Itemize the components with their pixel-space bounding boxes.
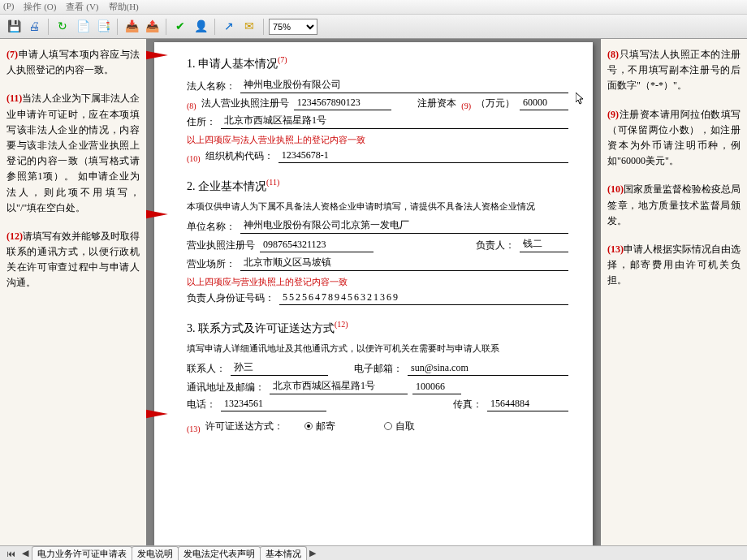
print-icon[interactable]: 🖨 xyxy=(25,18,43,36)
radio-pickup[interactable]: 自取 xyxy=(384,420,415,433)
zoom-select[interactable]: 75% xyxy=(269,19,317,35)
annotation-note: (9)注册资本请用阿拉伯数填写（可保留两位小数），如注册资本为外币请注明币种，例… xyxy=(607,107,741,170)
menu-item[interactable]: 操作 (O) xyxy=(24,1,56,13)
phone-field[interactable]: 13234561 xyxy=(221,398,326,411)
tab-nav-first[interactable]: ⏮ xyxy=(3,549,19,558)
contact-name-field[interactable]: 孙三 xyxy=(231,360,328,376)
unit-name-field[interactable]: 神州电业股份有限公司北京第一发电厂 xyxy=(240,218,568,234)
section-desc: 本项仅供申请人为下属不具备法人资格企业申请时填写，请提供不具备法人资格企业情况 xyxy=(187,200,568,213)
legal-name-field[interactable]: 神州电业股份有限公司 xyxy=(240,78,568,93)
label: 通讯地址及邮编： xyxy=(187,381,265,394)
annotation-note: (8)只填写法人执照正本的注册号，不用填写副本注册号的后面数字"（*-*）"。 xyxy=(607,47,741,94)
mail-address-field[interactable]: 北京市西城区福星路1号 xyxy=(270,379,408,394)
label: 电话： xyxy=(187,398,216,411)
annotation-note: (11)当法人企业为下属非法人企业申请许可证时，应在本项填写该非法人企业的情况，… xyxy=(6,91,140,216)
workspace: (7)申请人填写本项内容应与法人执照登记的内容一致。(11)当法人企业为下属非法… xyxy=(0,39,747,545)
tab-nav-next[interactable]: ▶ xyxy=(306,548,319,558)
label: 营业执照注册号 xyxy=(187,239,255,252)
menu-item[interactable]: 查看 (V) xyxy=(66,1,98,13)
annotation-note: (10)国家质量监督检验检疫总局签章，地方质量技术监督局颁发。 xyxy=(607,182,741,229)
toolbar: 💾🖨↻📄📑📥📤✔👤↗✉ 75% xyxy=(0,15,747,39)
label: 许可证送达方式： xyxy=(205,420,283,433)
separator xyxy=(117,19,118,35)
hint-text: 以上四项应与营业执照上的登记内容一致 xyxy=(187,276,568,288)
fax-field[interactable]: 15644884 xyxy=(487,398,568,411)
label: 传真： xyxy=(453,398,482,411)
annotation-note: (12)请填写有效并能够及时取得联系的通讯方式，以便行政机关在许可审查过程中与申… xyxy=(6,229,140,291)
radio-mail[interactable]: 邮寄 xyxy=(304,420,335,433)
label: 注册资本 xyxy=(417,97,456,110)
paper-area: 1. 申请人基本情况(7) 法人名称： 神州电业股份有限公司 (8) 法人营业执… xyxy=(146,39,601,545)
hint-text: 以上四项应与法人营业执照上的登记内容一致 xyxy=(187,134,568,146)
section-desc: 填写申请人详细通讯地址及其他通讯方式，以便许可机关在需要时与申请人联系 xyxy=(187,342,568,355)
send-icon[interactable]: ↗ xyxy=(220,18,238,36)
right-annotations: (8)只填写法人执照正本的注册号，不用填写副本注册号的后面数字"（*-*）"。(… xyxy=(601,39,747,545)
doc-copy-icon[interactable]: 📑 xyxy=(94,18,112,36)
section-title: 1. 申请人基本情况(7) xyxy=(187,55,568,71)
label: 负责人： xyxy=(476,239,515,252)
license-no-field[interactable]: 1234567890123 xyxy=(294,97,391,110)
form-paper: 1. 申请人基本情况(7) 法人名称： 神州电业股份有限公司 (8) 法人营业执… xyxy=(154,42,593,545)
menubar: (P) 操作 (O) 查看 (V) 帮助(H) xyxy=(0,0,747,15)
menu-item[interactable]: 帮助(H) xyxy=(109,1,139,13)
separator xyxy=(48,19,49,35)
import-icon[interactable]: 📥 xyxy=(123,18,140,36)
label: 法人营业执照注册号 xyxy=(201,97,289,110)
tab-nav-prev[interactable]: ◀ xyxy=(19,548,32,558)
sheet-tab[interactable]: 电力业务许可证申请表 xyxy=(32,546,132,561)
check-icon[interactable]: ✔ xyxy=(171,18,189,36)
annotation-note: (7)申请人填写本项内容应与法人执照登记的内容一致。 xyxy=(6,47,140,78)
label: 营业场所： xyxy=(187,257,235,271)
separator xyxy=(214,19,215,35)
section-title: 2. 企业基本情况(11) xyxy=(187,178,568,194)
email-field[interactable]: sun@sina.com xyxy=(408,362,568,376)
label: 电子邮箱： xyxy=(354,362,403,376)
label: 法人名称： xyxy=(187,80,235,93)
label: 住所： xyxy=(187,115,216,129)
separator xyxy=(166,19,166,35)
separator xyxy=(263,19,264,35)
sheet-tabs: ⏮ ◀ 电力业务许可证申请表 发电说明 发电法定代表声明 基本情况 ▶ xyxy=(0,545,747,560)
export-icon[interactable]: 📤 xyxy=(143,18,161,36)
annotation-note: (13)申请人根据实际情况自由选择，邮寄费用由许可机关负担。 xyxy=(607,242,741,289)
doc-new-icon[interactable]: 📄 xyxy=(74,18,92,36)
section-title: 3. 联系方式及许可证送达方式(12) xyxy=(187,320,568,336)
address-field[interactable]: 北京市西城区福星路1号 xyxy=(221,114,568,129)
mail-icon[interactable]: ✉ xyxy=(240,18,258,36)
menu-item[interactable]: (P) xyxy=(3,1,14,13)
biz-place-field[interactable]: 北京市顺义区马坡镇 xyxy=(240,256,568,271)
sheet-tab[interactable]: 发电说明 xyxy=(132,546,179,561)
label: 组织机构代码： xyxy=(205,149,274,163)
biz-license-field[interactable]: 0987654321123 xyxy=(260,239,374,252)
id-number-field[interactable]: 552564789456321369 xyxy=(279,291,568,305)
manager-field[interactable]: 钱二 xyxy=(520,237,568,252)
save-icon[interactable]: 💾 xyxy=(5,18,23,36)
label: 单位名称： xyxy=(187,220,235,234)
refresh-icon[interactable]: ↻ xyxy=(54,18,71,36)
sheet-tab[interactable]: 发电法定代表声明 xyxy=(178,546,261,561)
org-code-field[interactable]: 12345678-1 xyxy=(279,149,568,163)
zip-field[interactable]: 100066 xyxy=(412,381,461,394)
capital-field[interactable]: 60000 xyxy=(520,97,568,110)
label: 联系人： xyxy=(187,362,226,376)
user-icon[interactable]: 👤 xyxy=(192,18,209,36)
sheet-tab[interactable]: 基本情况 xyxy=(260,546,307,561)
left-annotations: (7)申请人填写本项内容应与法人执照登记的内容一致。(11)当法人企业为下属非法… xyxy=(0,39,146,545)
label: 负责人身份证号码： xyxy=(187,291,274,305)
